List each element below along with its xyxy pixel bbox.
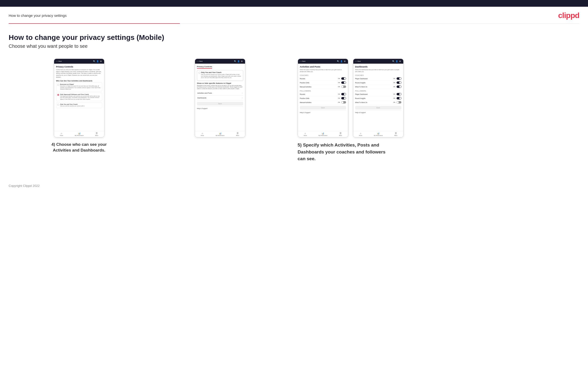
toggle-switch11[interactable]: [397, 97, 401, 100]
screen3-followers-label: FOLLOWERS: [300, 90, 346, 92]
screen1-section-title: Privacy Controls: [56, 66, 102, 68]
screen3-rounds2-toggle[interactable]: ON: [338, 93, 346, 95]
screen1-nav-home[interactable]: ⌂ Home: [60, 132, 63, 136]
screen2-tooltip: Only You and Your Coach Only you and the…: [197, 70, 243, 81]
toggle-on-label10: ON: [393, 93, 395, 95]
screen2-chevron-icon: ‹: [197, 60, 198, 62]
screen1-option3[interactable]: Only You and Your Coach Only you and the…: [56, 102, 102, 108]
screen3-nav-home[interactable]: ⌂ Home: [304, 132, 307, 136]
screen1-back-label: < Back: [57, 60, 62, 62]
mobile-screen-1: ‹ < Back 🔍 👤 ⚙ Privacy Controls Control …: [54, 58, 104, 137]
screen4-round-insights-coaches: Round Insights ON: [355, 81, 401, 85]
screen4-back[interactable]: ‹ < Back: [355, 60, 361, 62]
screen3-practice2-label: Practice Drills: [300, 98, 310, 99]
screen1-radio2[interactable]: [57, 94, 59, 96]
screen3-practice2-toggle[interactable]: ON: [338, 97, 346, 100]
toggle-switch10[interactable]: [397, 93, 401, 95]
toggle-switch8[interactable]: [397, 81, 401, 84]
screen4-topbar-icons: 🔍 👤 ⚙: [392, 60, 401, 62]
screen2-show-hide-title: Show or hide specific features in Clippd: [197, 82, 243, 84]
right-group: ‹ < Back 🔍 👤 ⚙ Activities and Posts: [298, 58, 579, 162]
toggle-switch6[interactable]: [341, 101, 346, 103]
screen1-body-text: Control how you and your data appears to…: [56, 69, 102, 78]
screen1-sub-heading: Who Can See Your Activities and Dashboar…: [56, 80, 102, 82]
screen2-menu-dashboards[interactable]: Dashboards ›: [197, 96, 243, 100]
screen3-back[interactable]: ‹ < Back: [300, 60, 306, 62]
screen1-radio1[interactable]: [57, 84, 59, 86]
screen2-back[interactable]: ‹ < Back: [197, 60, 203, 62]
toggle-switch5[interactable]: [341, 97, 346, 100]
screen4-nav-home[interactable]: ⌂ Home: [359, 132, 362, 136]
screen2-bottom-nav: ⌂ Home 📊 My Performance ☰ Menu: [195, 131, 245, 137]
screen3-topbar-icons: 🔍 👤 ⚙: [337, 60, 346, 62]
settings-icon3[interactable]: ⚙: [344, 60, 346, 62]
screen4-player-dash-toggle[interactable]: ON: [393, 77, 401, 80]
search-icon4[interactable]: 🔍: [392, 60, 395, 62]
screen4-what-to-work2-toggle[interactable]: ON: [393, 101, 401, 103]
screen1-back[interactable]: ‹ < Back: [56, 60, 62, 62]
settings-icon[interactable]: ⚙: [100, 60, 102, 62]
screen4-round-insights-toggle[interactable]: ON: [393, 81, 401, 84]
screen2-menu2-label: Dashboards: [198, 97, 207, 99]
screen3-nav-performance-label: My Performance: [319, 135, 328, 136]
settings-icon2[interactable]: ⚙: [241, 60, 243, 62]
screen3-practice-toggle[interactable]: ON: [338, 81, 346, 84]
screen2-nav-home[interactable]: ⌂ Home: [201, 132, 204, 136]
screen4-round-insights2-toggle[interactable]: ON: [393, 97, 401, 100]
screen4-what-to-work-toggle[interactable]: ON: [393, 85, 401, 88]
screenshot-col-3: ‹ < Back 🔍 👤 ⚙ Activities and Posts: [298, 58, 348, 137]
screen4-followers-label: FOLLOWERS: [355, 90, 401, 92]
screen1-nav-menu[interactable]: ☰ Menu: [95, 132, 98, 136]
screen4-save-btn[interactable]: Save: [355, 106, 401, 109]
screen2-nav-performance[interactable]: 📊 My Performance: [216, 132, 225, 136]
toggle-switch3[interactable]: [341, 85, 346, 88]
toggle-switch2[interactable]: [341, 81, 346, 84]
screen2-tab[interactable]: Privacy Controls: [197, 66, 212, 69]
tooltip-title: Only You and Your Coach: [201, 72, 242, 73]
screen4-nav-performance[interactable]: 📊 My Performance: [374, 132, 383, 136]
toggle-switch7[interactable]: [397, 77, 401, 80]
screen1-radio3[interactable]: [57, 104, 59, 106]
toggle-switch1[interactable]: [341, 77, 346, 80]
profile-icon4[interactable]: 👤: [396, 60, 398, 62]
top-bar: [0, 0, 588, 7]
screen3-manual2-toggle[interactable]: ON: [338, 101, 346, 103]
screen2-menu-activities[interactable]: Activities and Posts ›: [197, 91, 243, 96]
screen4-player-dash2-label: Player Dashboard: [355, 93, 368, 95]
menu-icon2: ☰: [237, 132, 239, 134]
screen4-player-dash2-toggle[interactable]: ON: [393, 93, 401, 95]
profile-icon[interactable]: 👤: [96, 60, 99, 62]
toggle-on-label3: ON: [338, 86, 340, 87]
toggle-switch4[interactable]: [341, 93, 346, 95]
screen1-nav-home-label: Home: [60, 135, 63, 136]
screen4-nav-menu[interactable]: ☰ Menu: [394, 132, 398, 136]
screen2-nav-menu[interactable]: ☰ Menu: [236, 132, 239, 136]
screen3-save-btn[interactable]: Save: [300, 106, 346, 109]
screen4-round-insights-label: Round Insights: [355, 82, 365, 83]
screen3-manual-toggle[interactable]: ON: [338, 85, 346, 88]
screen3-rounds-label: Rounds: [300, 78, 305, 80]
screen2-help-label: Help & Support: [197, 106, 243, 110]
toggle-switch9[interactable]: [397, 85, 401, 88]
screen1-option3-desc: Only you and the coaches you connect wit…: [60, 105, 85, 107]
profile-icon3[interactable]: 👤: [340, 60, 343, 62]
settings-icon4[interactable]: ⚙: [399, 60, 401, 62]
screen1-nav-performance[interactable]: 📊 My Performance: [75, 132, 84, 136]
search-icon[interactable]: 🔍: [93, 60, 95, 62]
toggle-switch12[interactable]: [397, 101, 401, 103]
screen3-rounds-toggle[interactable]: ON: [338, 77, 346, 80]
screen3-rounds-followers: Rounds ON: [300, 92, 346, 96]
search-icon2[interactable]: 🔍: [234, 60, 236, 62]
screen2-back-label: < Back: [198, 60, 203, 62]
profile-icon2[interactable]: 👤: [237, 60, 240, 62]
screen1-option1[interactable]: Everyone on Clippd Everyone on Clippd ca…: [56, 82, 102, 91]
screen2-save-btn[interactable]: Save: [197, 102, 243, 105]
screen3-nav-performance[interactable]: 📊 My Performance: [319, 132, 328, 136]
screen3-coaches-label: COACHES: [300, 75, 346, 76]
search-icon3[interactable]: 🔍: [337, 60, 339, 62]
screen1-option2[interactable]: Only Approved Followers and Your Coach O…: [56, 92, 102, 101]
screen3-nav-menu[interactable]: ☰ Menu: [339, 132, 342, 136]
screen4-coaches-label: COACHES: [355, 75, 401, 76]
screen4-chevron-icon: ‹: [355, 60, 356, 62]
screen4-body: Dashboards Select the dashboards that yo…: [353, 64, 403, 131]
